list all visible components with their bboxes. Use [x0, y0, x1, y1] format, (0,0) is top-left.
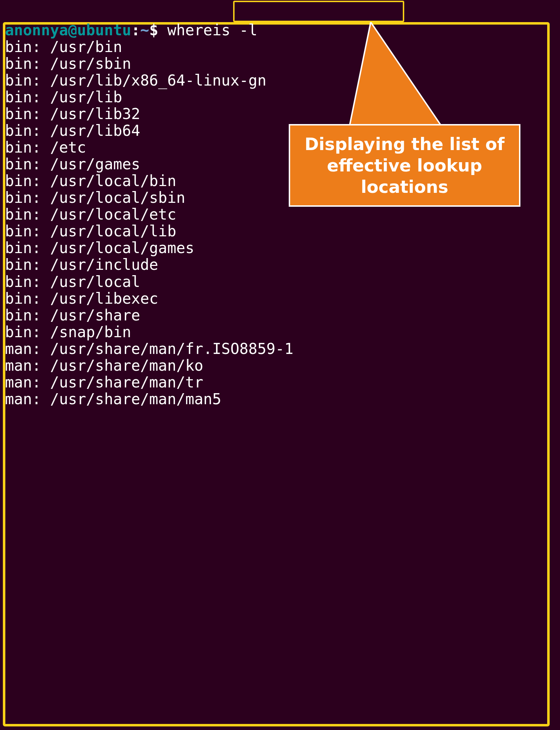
command-text: whereis -l: [167, 21, 257, 39]
terminal-window[interactable]: anonnya@ubuntu:~$ whereis -l bin: /usr/b…: [0, 0, 560, 730]
output-line: bin: /usr/lib: [0, 89, 560, 106]
prompt-sep: :: [131, 21, 140, 39]
output-line: bin: /usr/lib32: [0, 106, 560, 122]
output-line: bin: /usr/local/games: [0, 240, 560, 256]
command-output: bin: /usr/binbin: /usr/sbinbin: /usr/lib…: [0, 38, 560, 407]
output-line: bin: /usr/include: [0, 256, 560, 273]
output-line: bin: /usr/local: [0, 273, 560, 290]
prompt-host: ubuntu: [77, 21, 131, 39]
callout-annotation: Displaying the list of effective lookup …: [289, 124, 520, 207]
prompt-at: @: [68, 21, 77, 39]
output-line: bin: /usr/sbin: [0, 55, 560, 72]
output-line: man: /usr/share/man/man5: [0, 391, 560, 407]
output-line: man: /usr/share/man/tr: [0, 374, 560, 391]
output-line: man: /usr/share/man/fr.ISO8859-1: [0, 340, 560, 357]
output-line: bin: /usr/bin: [0, 38, 560, 55]
output-line: man: /usr/share/man/ko: [0, 357, 560, 374]
output-line: bin: /usr/local/lib: [0, 223, 560, 240]
callout-text: Displaying the list of effective lookup …: [305, 134, 505, 197]
output-line: bin: /snap/bin: [0, 324, 560, 340]
svg-marker-0: [349, 22, 442, 127]
output-line: bin: /usr/lib/x86_64-linux-gn: [0, 72, 560, 89]
output-line: bin: /usr/libexec: [0, 290, 560, 307]
prompt-user: anonnya: [5, 21, 68, 39]
prompt-path: ~: [140, 21, 149, 39]
output-line: bin: /usr/share: [0, 307, 560, 324]
prompt-line: anonnya@ubuntu:~$ whereis -l: [0, 5, 560, 38]
output-line: bin: /usr/local/etc: [0, 206, 560, 223]
prompt-dollar: $: [149, 21, 158, 39]
